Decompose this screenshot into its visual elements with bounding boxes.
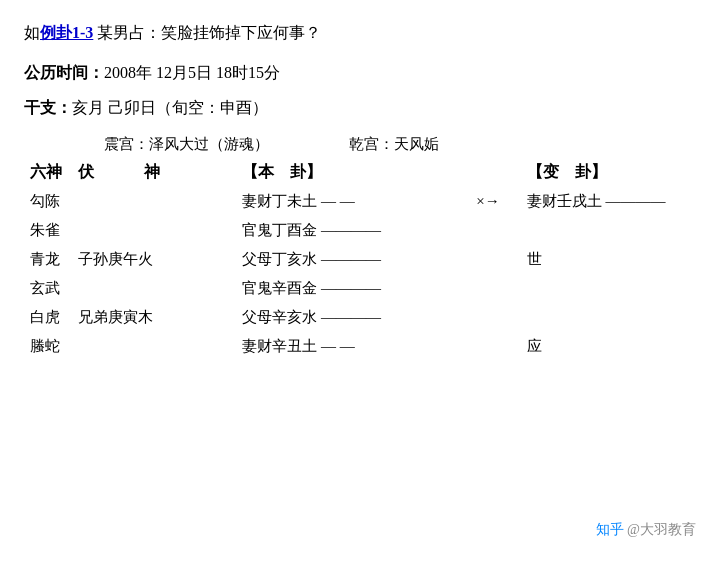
platform-label: 知乎 [596,522,624,537]
ganzhi-value: 亥月 己卯日（旬空：申酉） [72,99,268,116]
header-fushen: 神 [138,158,237,187]
cell-shen: 白虎 [24,303,72,332]
gong-right: 乾宫：天风姤 [349,135,439,154]
cell-arrow [455,274,521,303]
table-row: 螣蛇妻财辛丑土 — — 应 [24,332,696,361]
cell-arrow [455,303,521,332]
cell-ben: 妻财丁未土 — — [236,187,455,216]
title-suffix: 某男占：笑脸挂饰掉下应何事？ [93,24,321,41]
gongli-line: 公历时间：2008年 12月5日 18时15分 [24,60,696,86]
cell-bian: 妻财壬戌土 ———— [521,187,696,216]
cell-arrow [455,332,521,361]
cell-arrow [455,216,521,245]
table-row: 青龙子孙庚午火父母丁亥水 ———— 世 [24,245,696,274]
cell-bian [521,216,696,245]
ganzhi-label: 干支： [24,99,72,116]
cell-fu1 [72,274,236,303]
table-row: 勾陈妻财丁未土 — —×→妻财壬戌土 ———— [24,187,696,216]
cell-ben: 父母丁亥水 ———— [236,245,455,274]
cell-fu1 [72,187,236,216]
cell-bian [521,274,696,303]
cell-bian [521,303,696,332]
cell-ben: 官鬼辛酉金 ———— [236,274,455,303]
account-label: @大羽教育 [627,522,696,537]
cell-shen: 青龙 [24,245,72,274]
header-shen: 六神 [24,158,72,187]
cell-bian: 应 [521,332,696,361]
cell-fu1: 兄弟庚寅木 [72,303,236,332]
cell-shen: 螣蛇 [24,332,72,361]
title-prefix: 如 [24,24,40,41]
cell-fu1: 子孙庚午火 [72,245,236,274]
cell-fu1 [72,332,236,361]
table-header-row: 六神 伏 神 【本 卦】 【变 卦】 [24,158,696,187]
table-row: 朱雀官鬼丁酉金 ———— [24,216,696,245]
cell-arrow: ×→ [455,187,521,216]
header-bian: 【变 卦】 [521,158,696,187]
cell-bian: 世 [521,245,696,274]
watermark: 知乎 @大羽教育 [596,521,696,539]
cell-ben: 妻财辛丑土 — — [236,332,455,361]
gong-line: 震宫：泽风大过（游魂） 乾宫：天风姤 [24,135,696,154]
cell-ben: 官鬼丁酉金 ———— [236,216,455,245]
cell-fu1 [72,216,236,245]
table-row: 白虎兄弟庚寅木父母辛亥水 ———— [24,303,696,332]
ganzhi-line: 干支：亥月 己卯日（旬空：申酉） [24,95,696,121]
example-label: 例卦1-3 [40,24,93,41]
cell-shen: 玄武 [24,274,72,303]
cell-shen: 勾陈 [24,187,72,216]
header-ben: 【本 卦】 [236,158,455,187]
header-fu: 伏 [72,158,138,187]
hexagram-table: 六神 伏 神 【本 卦】 【变 卦】 勾陈妻财丁未土 — —×→妻财壬戌土 ——… [24,158,696,361]
gongli-label: 公历时间： [24,64,104,81]
title-line: 如例卦1-3 某男占：笑脸挂饰掉下应何事？ [24,20,696,46]
gong-left: 震宫：泽风大过（游魂） [104,135,269,154]
cell-arrow [455,245,521,274]
gongli-value: 2008年 12月5日 18时15分 [104,64,280,81]
cell-ben: 父母辛亥水 ———— [236,303,455,332]
header-arrow [455,158,521,187]
table-row: 玄武官鬼辛酉金 ———— [24,274,696,303]
cell-shen: 朱雀 [24,216,72,245]
